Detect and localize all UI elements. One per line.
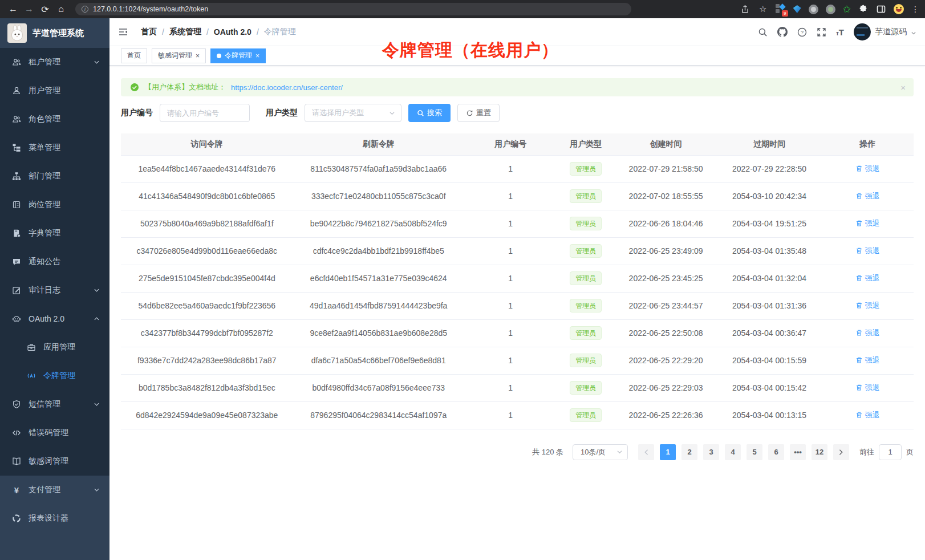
page-button-2[interactable]: 2: [681, 444, 697, 460]
browser-menu-icon[interactable]: ⋮: [911, 5, 919, 14]
force-logout-button[interactable]: 强退: [855, 355, 880, 366]
prev-page-button[interactable]: [638, 444, 654, 460]
page-button-5[interactable]: 5: [747, 444, 762, 460]
sidebar-item-menu[interactable]: 菜单管理: [0, 133, 109, 162]
home-icon[interactable]: ⌂: [54, 2, 68, 17]
sidebar-item-label: 应用管理: [43, 342, 75, 352]
cell-refresh-token: 811c530487574fa0af1a59d3abc1aa66: [293, 155, 464, 182]
gray-extension-icon[interactable]: [809, 5, 818, 14]
tab-close-icon[interactable]: ×: [255, 52, 259, 59]
sidebar-item-error-code[interactable]: 错误码管理: [0, 419, 109, 447]
sidebar-item-tenant[interactable]: 租户管理: [0, 48, 109, 76]
sidebar-item-pay[interactable]: ¥支付管理: [0, 476, 109, 504]
user-type-select[interactable]: 请选择用户类型: [305, 104, 401, 122]
doc-link[interactable]: https://doc.iocoder.cn/user-center/: [231, 83, 343, 92]
cell-created-time: 2022-07-29 21:58:50: [615, 155, 717, 182]
sidebar-item-oauth2-token[interactable]: 令牌管理: [0, 362, 109, 390]
force-logout-button[interactable]: 强退: [855, 328, 880, 338]
pagination-total: 共 120 条: [532, 447, 563, 457]
bookmark-star-icon[interactable]: ☆: [758, 4, 768, 14]
sidebar-item-sms[interactable]: 短信管理: [0, 390, 109, 419]
user-type-tag: 管理员: [570, 217, 602, 230]
goto-page-input[interactable]: [879, 444, 902, 460]
sidebar-collapse-icon[interactable]: [118, 27, 128, 37]
force-logout-button[interactable]: 强退: [855, 164, 880, 174]
user-type-tag: 管理员: [570, 299, 602, 313]
user-id-label: 用户编号: [121, 108, 153, 118]
address-bar[interactable]: i 127.0.0.1:1024/system/oauth2/token: [75, 3, 631, 15]
cell-refresh-token: e6cfd40eb1f54571a31e775e039c4624: [293, 265, 464, 292]
force-logout-button[interactable]: 强退: [855, 410, 880, 420]
sidebar-item-audit-log[interactable]: 审计日志: [0, 276, 109, 305]
sidebar-item-dict[interactable]: 字典管理: [0, 219, 109, 247]
sidebar-item-user[interactable]: 用户管理: [0, 76, 109, 105]
force-logout-button[interactable]: 强退: [855, 301, 880, 311]
github-icon[interactable]: [777, 27, 788, 37]
alert-text: 【用户体系】文档地址：: [144, 82, 226, 92]
breadcrumb-item-0[interactable]: 首页: [141, 27, 157, 37]
breadcrumb-item-2[interactable]: OAuth 2.0: [214, 27, 251, 36]
sidebar-item-report[interactable]: 报表设计器: [0, 504, 109, 533]
site-info-icon[interactable]: i: [82, 6, 88, 13]
page-button-3[interactable]: 3: [703, 444, 719, 460]
force-logout-button[interactable]: 强退: [855, 246, 880, 256]
cell-user-type: 管理员: [557, 401, 614, 429]
page-button-4[interactable]: 4: [725, 444, 741, 460]
help-icon[interactable]: ?: [797, 27, 807, 37]
page-size-select[interactable]: 10条/页: [573, 444, 628, 460]
share-icon[interactable]: [740, 4, 750, 14]
topbar-actions: ? тT 芋道源码: [758, 23, 916, 40]
force-logout-button[interactable]: 强退: [855, 191, 880, 201]
force-logout-button[interactable]: 强退: [855, 218, 880, 229]
pager-more-button[interactable]: •••: [790, 444, 806, 460]
green-extension-icon[interactable]: [826, 5, 835, 14]
tab-close-icon[interactable]: ×: [196, 52, 200, 59]
cell-refresh-token: 8796295f04064c2983414cc54af1097a: [293, 401, 464, 429]
search-button[interactable]: 搜索: [408, 104, 451, 122]
user-type-tag: 管理员: [570, 244, 602, 258]
app-logo-row[interactable]: 芋道管理系统: [0, 18, 109, 48]
goto-label: 前往: [859, 447, 874, 457]
chevron-down-icon: [94, 488, 100, 493]
page-button-12[interactable]: 12: [812, 444, 827, 460]
page-button-1[interactable]: 1: [660, 444, 676, 460]
sidebar-item-label: 审计日志: [29, 285, 60, 295]
sidebar-item-label: 角色管理: [29, 114, 60, 124]
fullscreen-icon[interactable]: [817, 27, 826, 37]
back-icon[interactable]: ←: [6, 2, 21, 17]
sidebar-item-oauth2-app[interactable]: 应用管理: [0, 333, 109, 362]
tab-home[interactable]: 首页: [121, 48, 147, 63]
extensions-puzzle-icon[interactable]: [858, 4, 869, 14]
breadcrumb-item-1[interactable]: 系统管理: [169, 27, 201, 37]
star-extension-icon[interactable]: ✩: [843, 5, 851, 14]
extension-grid-icon[interactable]: 9: [776, 4, 786, 14]
gem-extension-icon[interactable]: [793, 5, 801, 13]
sidebar-item-dept[interactable]: 部门管理: [0, 162, 109, 190]
cell-refresh-token: 9ce8ef2aa9f14056b831ae9b608e28d5: [293, 319, 464, 347]
check-circle-icon: [130, 83, 139, 92]
reset-button[interactable]: 重置: [457, 104, 500, 122]
svg-text:?: ?: [801, 29, 804, 35]
forward-icon[interactable]: →: [22, 2, 36, 17]
chevron-down-icon: [911, 31, 916, 35]
page-button-6[interactable]: 6: [768, 444, 784, 460]
sidebar-item-oauth2[interactable]: OAuth 2.0: [0, 305, 109, 333]
force-logout-button[interactable]: 强退: [855, 383, 880, 393]
user-id-input[interactable]: [160, 104, 250, 122]
sidebar-item-sensitive-word[interactable]: 敏感词管理: [0, 447, 109, 476]
user-menu[interactable]: 芋道源码: [854, 23, 916, 40]
next-page-button[interactable]: [833, 444, 849, 460]
browser-toolbar: ← → ⟳ ⌂ i 127.0.0.1:1024/system/oauth2/t…: [0, 0, 925, 18]
tab-token[interactable]: 令牌管理×: [210, 48, 266, 63]
font-size-icon[interactable]: тT: [836, 27, 844, 37]
sidebar-item-role[interactable]: 角色管理: [0, 105, 109, 133]
side-panel-icon[interactable]: [876, 4, 886, 14]
reload-icon[interactable]: ⟳: [38, 2, 52, 17]
sidebar-item-notice[interactable]: 通知公告: [0, 247, 109, 276]
sidebar-item-post[interactable]: 岗位管理: [0, 190, 109, 219]
tab-sensitive-word[interactable]: 敏感词管理×: [152, 48, 206, 63]
profile-avatar-icon[interactable]: [894, 4, 904, 14]
force-logout-button[interactable]: 强退: [855, 273, 880, 283]
search-icon[interactable]: [758, 27, 768, 37]
alert-close-icon[interactable]: ×: [900, 83, 906, 92]
